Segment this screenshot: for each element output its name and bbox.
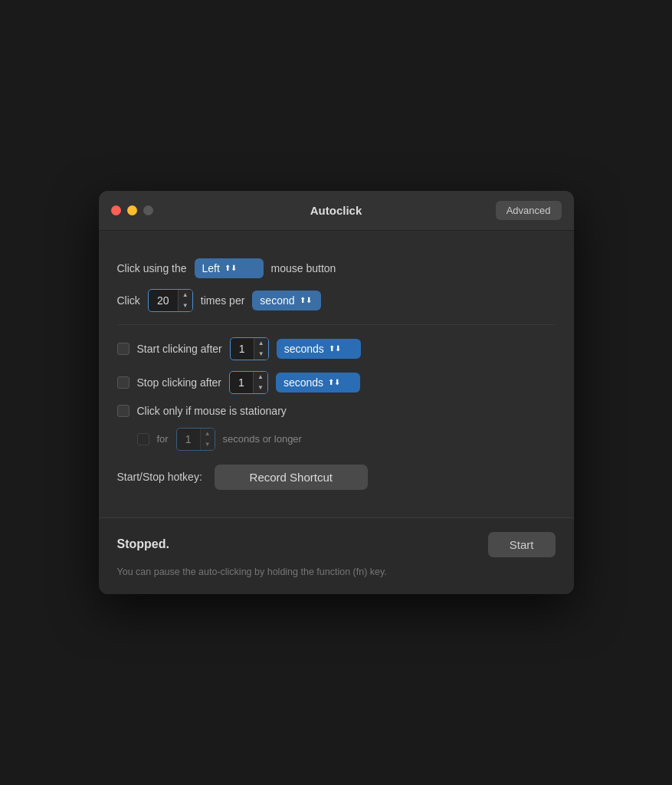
start-unit-arrow-icon: ⬆⬇ xyxy=(329,344,341,353)
stationary-suffix: seconds or longer xyxy=(223,433,302,445)
start-clicking-checkbox-wrap: Start clicking after xyxy=(117,343,222,355)
mouse-stationary-checkbox[interactable] xyxy=(117,405,129,417)
click-rate-increment[interactable]: ▲ xyxy=(179,290,192,301)
stop-unit-arrow-icon: ⬆⬇ xyxy=(328,378,340,386)
record-shortcut-button[interactable]: Record Shortcut xyxy=(215,465,368,490)
rate-unit-arrow-icon: ⬆⬇ xyxy=(300,296,312,304)
mouse-stationary-checkbox-wrap: Click only if mouse is stationary xyxy=(117,405,287,417)
click-rate-stepper-buttons: ▲ ▼ xyxy=(178,290,192,311)
stop-unit-dropdown[interactable]: seconds ⬆⬇ xyxy=(276,373,360,392)
stop-clicking-row: Stop clicking after ▲ ▼ seconds ⬆⬇ xyxy=(117,371,556,394)
start-clicking-row: Start clicking after ▲ ▼ seconds ⬆⬇ xyxy=(117,337,556,360)
stop-clicking-increment[interactable]: ▲ xyxy=(254,372,267,383)
start-clicking-stepper-buttons: ▲ ▼ xyxy=(254,338,268,360)
mouse-stationary-label: Click only if mouse is stationary xyxy=(137,405,287,417)
hotkey-row: Start/Stop hotkey: Record Shortcut xyxy=(117,465,556,490)
traffic-lights xyxy=(111,205,153,215)
times-per-label: times per xyxy=(201,294,245,307)
click-using-label: Click using the xyxy=(117,262,187,274)
stop-clicking-label: Stop clicking after xyxy=(137,376,222,389)
mouse-button-value: Left xyxy=(202,262,220,274)
stationary-duration-stepper[interactable]: ▲ ▼ xyxy=(176,428,215,451)
start-clicking-increment[interactable]: ▲ xyxy=(254,338,268,349)
stop-clicking-input[interactable] xyxy=(230,373,253,392)
stop-clicking-checkbox[interactable] xyxy=(117,376,129,389)
start-button[interactable]: Start xyxy=(488,532,556,557)
stop-clicking-decrement[interactable]: ▼ xyxy=(254,383,267,393)
close-button[interactable] xyxy=(111,205,121,215)
click-label: Click xyxy=(117,294,140,307)
click-rate-decrement[interactable]: ▼ xyxy=(179,301,192,311)
status-label: Stopped. xyxy=(117,537,169,551)
titlebar: Autoclick Advanced xyxy=(99,191,574,231)
status-row: Stopped. Start xyxy=(117,532,556,557)
click-rate-input[interactable] xyxy=(149,291,178,310)
stop-clicking-stepper[interactable]: ▲ ▼ xyxy=(229,371,268,394)
bottom-section: Stopped. Start You can pause the auto-cl… xyxy=(99,517,574,595)
start-unit-value: seconds xyxy=(284,343,324,355)
mouse-button-row: Click using the Left ⬆⬇ mouse button xyxy=(117,258,556,278)
start-clicking-checkbox[interactable] xyxy=(117,343,129,355)
stationary-decrement[interactable]: ▼ xyxy=(201,439,215,450)
stop-unit-value: seconds xyxy=(284,376,323,389)
start-clicking-label: Start clicking after xyxy=(137,343,222,355)
start-clicking-stepper[interactable]: ▲ ▼ xyxy=(230,337,269,360)
click-settings-section: Click using the Left ⬆⬇ mouse button Cli… xyxy=(117,246,556,324)
rate-unit-value: second xyxy=(260,294,294,307)
hotkey-label: Start/Stop hotkey: xyxy=(117,471,202,483)
hint-text: You can pause the auto-clicking by holdi… xyxy=(117,565,556,580)
for-label: for xyxy=(157,433,169,445)
stationary-sub-checkbox[interactable] xyxy=(137,433,149,445)
main-content: Click using the Left ⬆⬇ mouse button Cli… xyxy=(99,231,574,517)
timing-settings-section: Start clicking after ▲ ▼ seconds ⬆⬇ xyxy=(117,324,556,502)
mouse-button-arrow-icon: ⬆⬇ xyxy=(225,264,237,272)
mouse-stationary-row: Click only if mouse is stationary xyxy=(117,405,556,417)
click-rate-stepper[interactable]: ▲ ▼ xyxy=(148,289,193,312)
stationary-duration-input[interactable] xyxy=(177,430,200,448)
click-rate-row: Click ▲ ▼ times per second ⬆⬇ xyxy=(117,289,556,312)
stationary-duration-row: for ▲ ▼ seconds or longer xyxy=(137,428,556,451)
stop-clicking-stepper-buttons: ▲ ▼ xyxy=(253,372,267,393)
mouse-button-suffix: mouse button xyxy=(271,262,336,274)
stop-clicking-checkbox-wrap: Stop clicking after xyxy=(117,376,222,389)
stationary-increment[interactable]: ▲ xyxy=(201,429,215,439)
window-title: Autoclick xyxy=(310,204,362,217)
mouse-button-dropdown[interactable]: Left ⬆⬇ xyxy=(195,258,264,278)
maximize-button[interactable] xyxy=(143,205,153,215)
minimize-button[interactable] xyxy=(127,205,137,215)
autoclick-window: Autoclick Advanced Click using the Left … xyxy=(99,191,574,595)
advanced-button[interactable]: Advanced xyxy=(496,201,562,220)
stationary-duration-stepper-buttons: ▲ ▼ xyxy=(200,429,215,450)
rate-unit-dropdown[interactable]: second ⬆⬇ xyxy=(252,291,321,310)
start-unit-dropdown[interactable]: seconds ⬆⬇ xyxy=(277,339,361,359)
start-clicking-decrement[interactable]: ▼ xyxy=(254,349,268,360)
start-clicking-input[interactable] xyxy=(231,340,254,358)
